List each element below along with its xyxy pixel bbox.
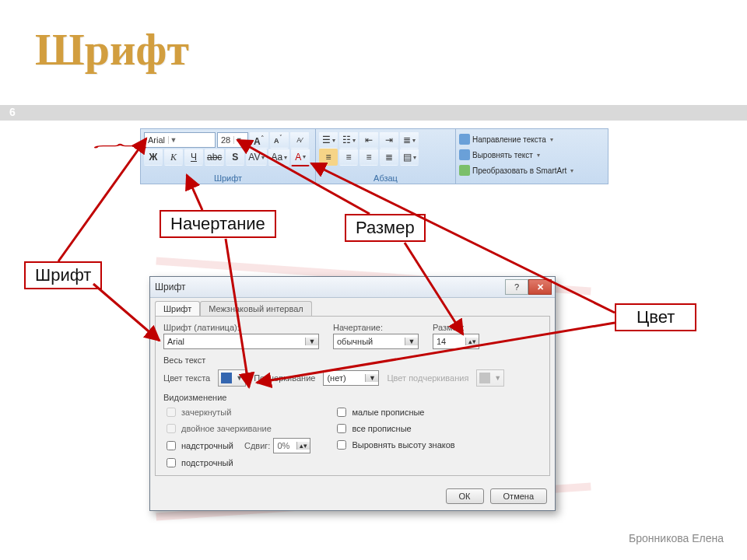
grow-font-button[interactable] (250, 131, 268, 149)
ok-button[interactable]: ОК (446, 488, 484, 504)
smartart-button[interactable]: Преобразовать в SmartArt (459, 163, 605, 178)
ck-allcaps[interactable]: все прописные (334, 422, 454, 436)
underline-value: (нет) (324, 373, 365, 383)
smartart-label: Преобразовать в SmartArt (472, 166, 566, 175)
chevron-down-icon: ▼ (365, 374, 378, 382)
slide-number: 6 (9, 106, 16, 118)
tab-spacing[interactable]: Межзнаковый интервал (200, 301, 312, 316)
size-combo[interactable]: 14 ▴▾ (433, 334, 479, 349)
ck-equalize[interactable]: Выровнять высоту знаков (334, 438, 454, 452)
style-value: обычный (334, 337, 405, 346)
style-combo[interactable]: обычный ▼ (333, 334, 419, 349)
text-direction-label: Направление текста (472, 135, 546, 144)
justify-button[interactable]: ≣ (380, 149, 398, 166)
font-dialog: Шрифт ? ✕ Шрифт Межзнаковый интервал Шри… (149, 276, 556, 511)
offset-value: 0% (274, 441, 296, 450)
align-text-icon (459, 149, 470, 160)
dialog-titlebar: Шрифт ? ✕ (150, 277, 555, 298)
ribbon-group-label-para: Абзац (316, 173, 455, 183)
strike-button[interactable]: abc (205, 149, 224, 166)
annot-nachertanie: Начертание (160, 210, 276, 238)
columns-button[interactable]: ▤ (400, 149, 419, 166)
ribbon: Arial ▼ 28 ▼ A⁄ Ж К Ч abc S AV Aa A (140, 128, 608, 184)
annot-cvet: Цвет (615, 303, 696, 331)
spinner-icon: ▴▾ (296, 442, 310, 450)
font-color-button[interactable]: A (291, 149, 310, 166)
shrink-font-button[interactable] (270, 131, 289, 149)
cancel-button[interactable]: Отмена (490, 488, 547, 504)
underline-button[interactable]: Ч (184, 149, 203, 166)
size-value: 14 (433, 337, 465, 346)
all-text-section: Весь текст (163, 355, 542, 365)
font-size-combo[interactable]: 28 ▼ (217, 132, 248, 148)
ribbon-group-label-font: Шрифт (141, 173, 315, 183)
shrink-font-icon (274, 135, 285, 145)
align-left-button[interactable]: ≡ (319, 149, 338, 166)
char-spacing-button[interactable]: AV (246, 149, 267, 166)
bold-button[interactable]: Ж (144, 149, 163, 166)
clear-format-button[interactable]: A⁄ (290, 131, 309, 149)
size-label: Размер: (433, 323, 479, 332)
line-spacing-button[interactable]: ≣ (400, 131, 419, 149)
font-value: Arial (164, 337, 305, 346)
bullets-button[interactable]: ☰ (319, 131, 338, 149)
change-case-button[interactable]: Aa (268, 149, 289, 166)
font-name-combo[interactable]: Arial ▼ (144, 132, 216, 148)
ulinecolor-label: Цвет подчеркивания (387, 373, 468, 383)
align-center-button[interactable]: ≡ (339, 149, 358, 166)
font-size-value: 28 (218, 135, 233, 145)
tab-font[interactable]: Шрифт (155, 301, 200, 316)
ck-sub[interactable]: подстрочный (163, 456, 310, 470)
font-label: Шрифт (латиница): (163, 323, 319, 332)
chevron-down-icon: ▼ (233, 136, 244, 144)
help-button[interactable]: ? (505, 279, 528, 295)
ck-strike[interactable]: зачеркнутый (163, 405, 310, 419)
indent-inc-button[interactable]: ⇥ (380, 131, 398, 149)
align-right-button[interactable]: ≡ (359, 149, 378, 166)
font-name-value: Arial (145, 135, 168, 145)
dialog-title: Шрифт (155, 282, 185, 292)
textcolor-label: Цвет текста (163, 373, 210, 383)
color-swatch-icon (221, 373, 232, 383)
modification-section: Видоизменение (163, 393, 542, 402)
textcolor-button[interactable]: ▼ (218, 369, 246, 387)
brace-icon: ⏟ (93, 142, 146, 167)
slide-title: Шрифт (35, 23, 189, 75)
style-label: Начертание: (333, 323, 419, 332)
shadow-button[interactable]: S (226, 149, 244, 166)
underline-label: Подчеркивание (254, 373, 315, 383)
text-direction-button[interactable]: Направление текста (459, 131, 605, 147)
slide-author: Бронникова Елена (629, 532, 724, 544)
offset-label: Сдвиг: (244, 441, 270, 450)
underline-combo[interactable]: (нет) ▼ (323, 370, 379, 386)
grow-font-icon (254, 135, 265, 145)
ck-smallcaps[interactable]: малые прописные (334, 405, 454, 419)
ribbon-group-font: Arial ▼ 28 ▼ A⁄ Ж К Ч abc S AV Aa A (141, 129, 316, 184)
font-combo[interactable]: Arial ▼ (163, 334, 319, 349)
chevron-down-icon: ▼ (168, 136, 178, 144)
align-text-label: Выровнять текст (472, 151, 533, 159)
annot-razmer: Размер (345, 214, 426, 242)
ribbon-group-paragraph: ☰ ☷ ⇤ ⇥ ≣ ≡ ≡ ≡ ≣ ▤ Абзац (316, 129, 456, 184)
align-text-button[interactable]: Выровнять текст (459, 147, 605, 163)
ribbon-group-extra: Направление текста Выровнять текст Преоб… (456, 129, 608, 184)
smartart-icon (459, 165, 470, 176)
offset-combo[interactable]: 0% ▴▾ (273, 438, 310, 453)
text-direction-icon (459, 134, 470, 145)
chevron-down-icon: ▼ (405, 338, 418, 345)
indent-dec-button[interactable]: ⇤ (359, 131, 378, 149)
numbering-button[interactable]: ☷ (339, 131, 358, 149)
close-button[interactable]: ✕ (528, 279, 552, 295)
ulinecolor-button: ▼ (476, 369, 504, 387)
italic-button[interactable]: К (164, 149, 183, 166)
spinner-icon: ▴▾ (465, 338, 479, 345)
annot-shrift: Шрифт (24, 261, 102, 289)
ck-dblstrike[interactable]: двойное зачеркивание (163, 422, 310, 436)
ck-super[interactable]: надстрочный Сдвиг: 0% ▴▾ (163, 438, 310, 453)
chevron-down-icon: ▼ (305, 338, 318, 345)
color-swatch-icon (479, 373, 490, 383)
slide-divider: 6 (0, 105, 747, 121)
